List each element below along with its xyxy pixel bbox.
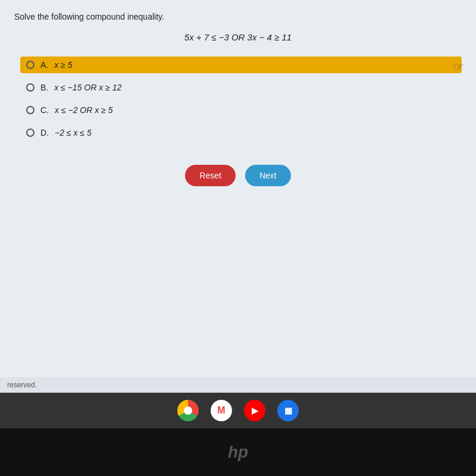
- choice-B-text: x ≤ −15 OR x ≥ 12: [54, 83, 121, 92]
- buttons-row: Reset Next: [14, 165, 462, 186]
- radio-D: [26, 129, 35, 137]
- radio-A: [26, 61, 35, 69]
- choice-A-label: A.: [40, 60, 48, 70]
- equation-display: 5x + 7 ≤ −3 OR 3x − 4 ≥ 11: [14, 32, 462, 42]
- choices-container: A. x ≥ 5 B. x ≤ −15 OR x ≥ 12 C. x ≤ −2 …: [20, 57, 462, 141]
- next-button[interactable]: Next: [245, 165, 291, 186]
- choice-D-label: D.: [40, 128, 49, 137]
- choice-A-text: x ≥ 5: [54, 60, 72, 70]
- choice-A[interactable]: A. x ≥ 5: [20, 57, 462, 73]
- chrome-icon[interactable]: [177, 400, 199, 421]
- choice-C-text: x ≤ −2 OR x ≥ 5: [55, 105, 112, 115]
- choice-B-label: B.: [40, 83, 48, 92]
- footer-text: reserved.: [0, 377, 476, 393]
- choice-D[interactable]: D. −2 ≤ x ≤ 5: [20, 124, 462, 141]
- choice-C-label: C.: [40, 105, 49, 115]
- drive-icon[interactable]: ▦: [277, 400, 299, 421]
- cursor-icon: ☞: [453, 60, 464, 74]
- hp-logo: hp: [228, 443, 248, 462]
- radio-C: [26, 106, 35, 114]
- question-instruction: Solve the following compound inequality.: [14, 12, 462, 21]
- choice-B[interactable]: B. x ≤ −15 OR x ≥ 12: [20, 79, 462, 96]
- radio-B: [26, 83, 35, 92]
- choice-C[interactable]: C. x ≤ −2 OR x ≥ 5: [20, 102, 462, 118]
- main-content: Solve the following compound inequality.…: [0, 0, 476, 377]
- hp-footer: hp: [0, 428, 476, 476]
- gmail-icon[interactable]: M: [211, 400, 232, 421]
- taskbar: M ▶ ▦: [0, 393, 476, 428]
- reset-button[interactable]: Reset: [185, 165, 236, 186]
- youtube-icon[interactable]: ▶: [244, 400, 265, 421]
- choice-D-text: −2 ≤ x ≤ 5: [55, 128, 92, 137]
